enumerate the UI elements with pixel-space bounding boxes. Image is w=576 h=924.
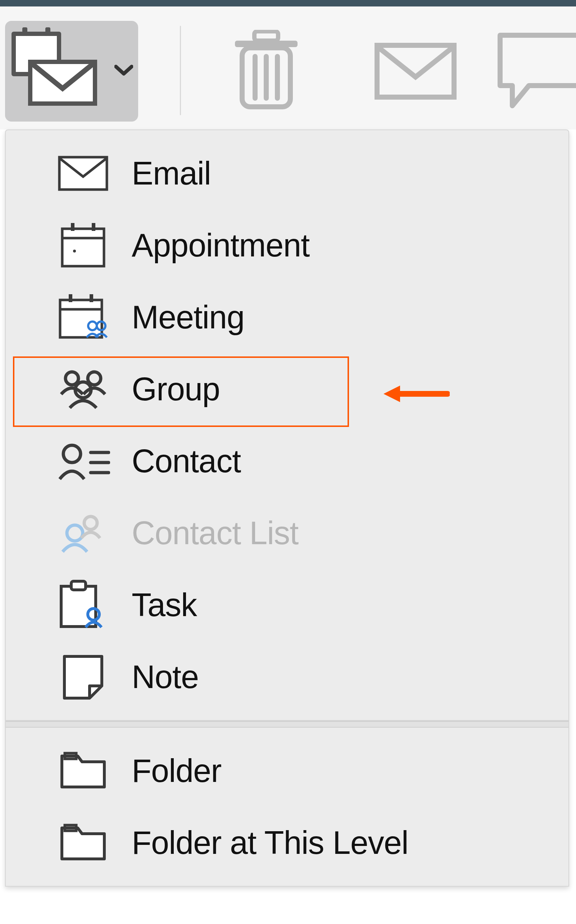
contact-list-icon bbox=[56, 504, 110, 562]
folder-level-icon bbox=[56, 814, 110, 871]
menu-item-label: Email bbox=[132, 155, 211, 192]
chat-icon bbox=[496, 32, 576, 111]
mail-icon bbox=[56, 145, 110, 202]
svg-rect-15 bbox=[69, 294, 72, 302]
menu-item-label: Folder bbox=[132, 753, 221, 790]
titlebar bbox=[0, 0, 576, 6]
note-icon bbox=[56, 648, 110, 706]
menu-item-label: Appointment bbox=[132, 227, 309, 264]
chat-action-button[interactable] bbox=[496, 21, 576, 121]
svg-point-19 bbox=[66, 372, 78, 385]
menu-item-appointment[interactable]: Appointment bbox=[6, 209, 568, 281]
contact-icon bbox=[56, 432, 110, 490]
mail-action-button[interactable] bbox=[362, 21, 469, 121]
chevron-down-icon bbox=[114, 64, 133, 78]
svg-rect-8 bbox=[62, 229, 104, 266]
menu-item-note[interactable]: Note bbox=[6, 641, 568, 713]
new-item-button[interactable] bbox=[5, 21, 138, 121]
svg-rect-16 bbox=[90, 294, 93, 302]
menu-item-label: Contact bbox=[132, 443, 241, 480]
svg-point-12 bbox=[73, 249, 76, 253]
menu-item-label: Meeting bbox=[132, 299, 244, 336]
menu-item-label: Note bbox=[132, 659, 198, 695]
svg-point-27 bbox=[84, 516, 97, 529]
calendar-icon bbox=[56, 216, 110, 274]
menu-item-contact-list: Contact List bbox=[6, 497, 568, 569]
svg-point-20 bbox=[88, 372, 101, 385]
menu-item-label: Folder at This Level bbox=[132, 824, 408, 862]
menu-item-folder[interactable]: Folder bbox=[6, 735, 568, 807]
menu-separator-thick bbox=[6, 721, 568, 727]
menu-item-contact[interactable]: Contact bbox=[6, 425, 568, 497]
menu-item-label: Task bbox=[132, 587, 197, 623]
menu-section-folders: Folder Folder at This Level bbox=[6, 727, 568, 886]
meeting-icon bbox=[56, 288, 110, 346]
svg-rect-29 bbox=[71, 581, 86, 590]
svg-point-26 bbox=[67, 525, 83, 541]
svg-rect-11 bbox=[92, 223, 95, 231]
window: Email Appointment bbox=[0, 0, 576, 924]
menu-item-group[interactable]: Group bbox=[6, 353, 568, 425]
new-item-menu: Email Appointment bbox=[5, 129, 569, 887]
menu-item-task[interactable]: Task bbox=[6, 569, 568, 641]
menu-item-label: Contact List bbox=[132, 515, 298, 552]
svg-marker-34 bbox=[384, 385, 400, 402]
new-item-icon bbox=[10, 32, 104, 111]
svg-rect-10 bbox=[71, 223, 74, 231]
mail-icon bbox=[374, 42, 457, 100]
delete-button[interactable] bbox=[202, 21, 331, 121]
menu-item-label: Group bbox=[132, 371, 220, 408]
group-icon bbox=[56, 360, 110, 418]
menu-section-items: Email Appointment bbox=[6, 130, 568, 720]
menu-item-meeting[interactable]: Meeting bbox=[6, 281, 568, 353]
svg-rect-2 bbox=[254, 31, 278, 41]
toolbar-separator bbox=[180, 26, 181, 115]
menu-item-folder-level[interactable]: Folder at This Level bbox=[6, 807, 568, 879]
svg-point-22 bbox=[63, 445, 81, 462]
folder-icon bbox=[56, 742, 110, 799]
task-icon bbox=[56, 576, 110, 634]
toolbar bbox=[0, 6, 576, 129]
annotation-arrow bbox=[381, 381, 450, 408]
svg-rect-13 bbox=[60, 300, 102, 337]
trash-icon bbox=[232, 30, 301, 113]
menu-item-email[interactable]: Email bbox=[6, 137, 568, 209]
